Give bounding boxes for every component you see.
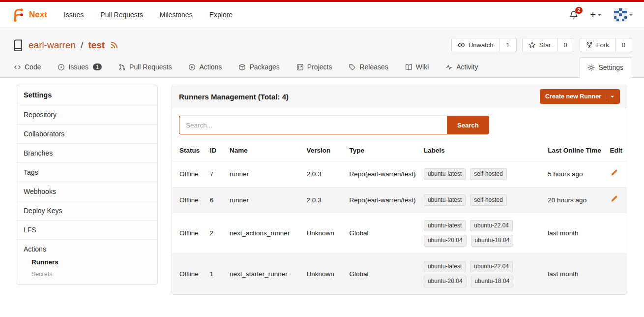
sidebar-item-branches[interactable]: Branches [16, 143, 157, 162]
search-bar: Search [172, 108, 627, 140]
tab-label: Code [25, 63, 41, 71]
repo-name-link[interactable]: test [88, 40, 105, 51]
tab-wiki[interactable]: Wiki [404, 58, 430, 77]
runner-name: next_starter_runner [226, 254, 303, 294]
repo-action-buttons: Unwatch 1 Star 0 [451, 38, 632, 52]
tab-pull-requests[interactable]: Pull Requests [117, 58, 173, 77]
runner-last-online: last month [544, 254, 606, 294]
fork-count[interactable]: 0 [615, 38, 632, 52]
nav-item-pull-requests[interactable]: Pull Requests [100, 11, 143, 19]
nav-item-milestones[interactable]: Milestones [160, 11, 193, 19]
create-runner-label: Create new Runner [545, 93, 601, 100]
create-runner-button[interactable]: Create new Runner [540, 89, 620, 104]
tab-label: Issues [68, 63, 88, 71]
repo-band: earl-warren / test U [0, 28, 644, 78]
runner-label-chip: ubuntu-latest [424, 168, 466, 180]
sidebar-item-collaborators[interactable]: Collaborators [16, 124, 157, 143]
runners-table-head: Status ID Name Version Type Labels Last … [172, 140, 627, 161]
unwatch-button[interactable]: Unwatch [451, 38, 500, 52]
nav-item-explore[interactable]: Explore [209, 11, 233, 19]
runner-type: Global [345, 213, 419, 254]
runner-version: 2.0.3 [303, 187, 346, 213]
sidebar-item-lfs[interactable]: LFS [16, 220, 157, 239]
runner-type: Global [345, 254, 419, 294]
pencil-icon [610, 169, 618, 177]
runner-label-chip: ubuntu-latest [424, 220, 466, 231]
sidebar-item-tags[interactable]: Tags [16, 162, 157, 182]
rss-icon[interactable] [110, 41, 118, 49]
star-count[interactable]: 0 [557, 38, 574, 52]
fork-label: Fork [596, 41, 609, 49]
runners-table-body: Offline7runner2.0.3Repo(earl-warren/test… [172, 161, 627, 294]
tab-activity[interactable]: Activity [444, 58, 479, 77]
sidebar-item-deploy-keys[interactable]: Deploy Keys [16, 201, 157, 220]
tab-label: Actions [199, 63, 222, 71]
sidebar-item-webhooks[interactable]: Webhooks [16, 182, 157, 201]
runner-last-online: 20 hours ago [544, 187, 606, 213]
runner-labels: ubuntu-latestself-hosted [420, 187, 544, 213]
tab-settings[interactable]: Settings [580, 57, 631, 78]
tab-projects[interactable]: Projects [295, 58, 333, 77]
col-version: Version [303, 140, 346, 161]
runner-row: Offline7runner2.0.3Repo(earl-warren/test… [172, 161, 627, 187]
runner-labels: ubuntu-latestubuntu-22.04ubuntu-20.04ubu… [420, 213, 544, 254]
tab-label: Packages [249, 63, 279, 71]
caret-down-icon [606, 95, 615, 99]
tab-packages[interactable]: Packages [237, 58, 280, 77]
star-button[interactable]: Star [522, 38, 557, 52]
runner-status: Offline [172, 187, 206, 213]
runner-label-chip: ubuntu-latest [424, 261, 466, 272]
runner-name: runner [226, 161, 303, 187]
navbar-right: 2 + [569, 8, 633, 22]
unwatch-label: Unwatch [468, 41, 494, 49]
runner-label-chip: ubuntu-18.04 [471, 235, 514, 246]
search-button[interactable]: Search [447, 116, 489, 134]
tab-actions[interactable]: Actions [187, 58, 223, 77]
pencil-icon [610, 195, 618, 203]
top-navbar: Next Issues Pull Requests Milestones Exp… [0, 2, 644, 28]
panel-header: Runners Management (Total: 4) Create new… [172, 85, 627, 108]
runner-id: 6 [206, 187, 226, 213]
edit-runner-button[interactable] [610, 169, 618, 177]
issue-icon [58, 63, 65, 71]
tab-releases[interactable]: Releases [348, 58, 389, 77]
sidebar-item-actions[interactable]: Actions [16, 240, 157, 256]
notifications-button[interactable]: 2 [569, 10, 578, 19]
col-type: Type [345, 140, 419, 161]
fork-button[interactable]: Fork [580, 38, 615, 52]
repo-separator: / [80, 40, 84, 51]
runner-row: Offline2next_actions_runnerUnknownGlobal… [172, 213, 627, 254]
search-input[interactable] [179, 116, 447, 134]
runner-name: runner [226, 187, 303, 213]
watch-button-group: Unwatch 1 [451, 38, 517, 52]
avatar [614, 8, 627, 22]
runner-version: Unknown [303, 254, 346, 294]
nav-item-issues[interactable]: Issues [64, 11, 84, 19]
sidebar-subitem-runners[interactable]: Runners [16, 256, 157, 268]
sidebar-item-repository[interactable]: Repository [16, 105, 157, 124]
repo-owner-link[interactable]: earl-warren [29, 40, 76, 51]
runner-id: 1 [206, 254, 226, 294]
settings-sidebar: Settings Repository Collaborators Branch… [16, 85, 158, 285]
star-icon [528, 41, 536, 49]
sidebar-subitem-secrets[interactable]: Secrets [16, 268, 157, 280]
create-menu-button[interactable]: + [590, 10, 602, 20]
runner-label-chip: ubuntu-20.04 [424, 235, 467, 246]
home-link[interactable]: Next [11, 7, 47, 22]
package-icon [238, 63, 246, 71]
runner-labels: ubuntu-latestself-hosted [420, 161, 544, 187]
runner-status: Offline [172, 254, 206, 294]
tab-code[interactable]: Code [13, 58, 42, 77]
watch-count[interactable]: 1 [499, 38, 516, 52]
edit-runner-button[interactable] [610, 195, 618, 203]
caret-down-icon [629, 13, 633, 17]
col-last-online: Last Online Time [544, 140, 606, 161]
user-menu-button[interactable] [614, 8, 633, 22]
code-icon [14, 63, 21, 71]
runner-status: Offline [172, 213, 206, 254]
play-circle-icon [188, 63, 196, 71]
col-status: Status [172, 140, 206, 161]
runner-labels: ubuntu-latestubuntu-22.04ubuntu-20.04ubu… [420, 254, 544, 294]
tab-label: Wiki [416, 63, 429, 71]
tab-issues[interactable]: Issues 1 [57, 58, 103, 77]
